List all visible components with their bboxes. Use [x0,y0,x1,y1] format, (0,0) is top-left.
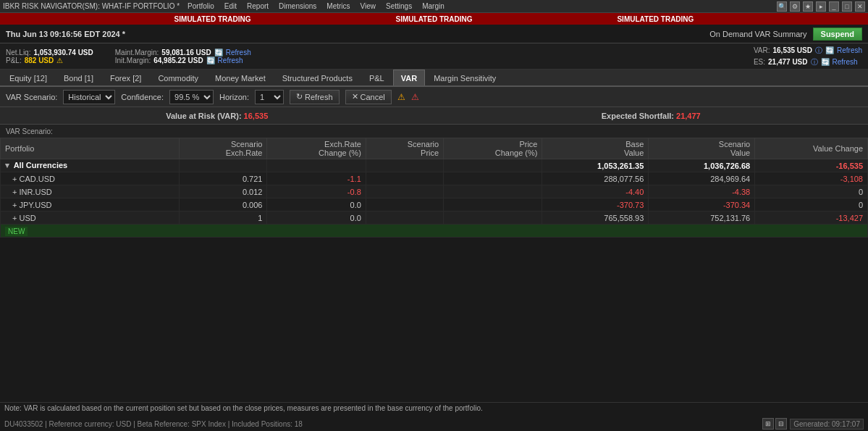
init-refresh-icon: 🔄 [206,57,215,64]
close-icon[interactable]: ✕ [855,1,865,12]
alert-warn-icon[interactable]: ⚠ [397,92,405,102]
datetime-display: Thu Jun 13 09:16:56 EDT 2024 * [6,30,125,38]
pnl-value: 882 USD [25,57,54,64]
var-summary-display: Value at Risk (VAR): 16,535 [0,112,434,120]
cell-exchrate-change [267,159,366,172]
title-bar: IBKR RISK NAVIGATOR(SM): WHAT-IF PORTFOL… [0,0,868,13]
var-table: Portfolio ScenarioExch.Rate Exch.RateCha… [0,138,868,238]
var-value: 16,535 USD [773,46,812,54]
scenario-select[interactable]: Historical [63,90,115,104]
tab-commodity[interactable]: Commodity [150,70,206,85]
init-row: Init.Margin: 64,985.22 USD 🔄 Refresh [115,57,251,64]
cell-base-value: 765,558.93 [542,212,649,225]
netliq-label: Net.Liq: [6,49,30,57]
maint-value: 59,081.16 USD [161,49,211,57]
var-summary-area: On Demand VAR Summary Suspend [709,28,862,41]
cancel-x-icon: ✕ [352,92,358,101]
cell-scenario-exchrate: 0.012 [180,185,267,198]
cell-base-value: 288,077.56 [542,172,649,185]
menu-margin[interactable]: Margin [420,2,447,10]
menu-metrics[interactable]: Metrics [324,2,352,10]
footer-collapse-icon[interactable]: ⊟ [775,418,787,430]
tab-var[interactable]: VAR [393,70,425,85]
search-icon[interactable]: 🔍 [777,1,787,12]
cell-price-change [444,198,542,212]
cell-base-value: -4.40 [542,185,649,198]
title-bar-controls: 🔍 ⚙ ★ ▸ _ □ ✕ [777,1,865,12]
footer-expand-icon[interactable]: ⊞ [762,418,774,430]
menu-portfolio[interactable]: Portfolio [185,2,216,10]
star-icon[interactable]: ★ [803,1,813,12]
menu-edit[interactable]: Edit [222,2,239,10]
tab-equity[interactable]: Equity [12] [1,70,55,85]
cell-price-change [444,172,542,185]
var-info-icon[interactable]: ⓘ [815,46,822,56]
maint-refresh-icon: 🔄 [214,49,223,57]
scenario-label: VAR Scenario: [6,93,57,101]
cell-portfolio: ▾ All Currencies [1,159,180,172]
tab-forex[interactable]: Forex [2] [102,70,149,85]
cell-scenario-value: -370.34 [649,198,755,212]
sim-text-2: SIMULATED TRADING [396,15,473,23]
alert-error-icon[interactable]: ⚠ [411,92,419,102]
tab-bond[interactable]: Bond [1] [56,70,101,85]
confidence-label: Confidence: [121,93,164,101]
tab-structured[interactable]: Structured Products [274,70,361,85]
maximize-icon[interactable]: □ [842,1,852,12]
menu-report[interactable]: Report [245,2,271,10]
cell-scenario-value: 284,969.64 [649,172,755,185]
var-summary-group: VAR: 16,535 USD ⓘ 🔄 Refresh ES: 21,477 U… [754,46,862,67]
maint-row: Maint.Margin: 59,081.16 USD 🔄 Refresh [115,49,251,57]
footer-note: Note: VAR is calculated based on the cur… [4,404,864,412]
arrow-icon[interactable]: ▸ [816,1,826,12]
confidence-select[interactable]: 99.5 % [169,90,214,104]
init-value: 64,985.22 USD [153,57,203,64]
menu-dimensions[interactable]: Dimensions [277,2,319,10]
cell-portfolio: + INR.USD [1,185,180,198]
refresh-button[interactable]: ↻ Refresh [290,90,340,104]
var-row: VAR: 16,535 USD ⓘ 🔄 Refresh [754,46,862,56]
info-bar: Net.Liq: 1,053,930.74 USD P&L: 882 USD ⚠… [0,43,868,70]
cell-value-change: 0 [755,185,868,198]
new-row-cell[interactable]: NEW [1,225,868,238]
pnl-row: P&L: 882 USD ⚠ [6,57,93,64]
col-value-change: Value Change [755,138,868,159]
menu-view[interactable]: View [358,2,379,10]
cell-scenario-price [366,212,443,225]
tab-moneymarket[interactable]: Money Market [207,70,274,85]
cancel-button[interactable]: ✕ Cancel [345,90,392,104]
settings-icon[interactable]: ⚙ [790,1,800,12]
summary-row: Value at Risk (VAR): 16,535 Expected Sho… [0,107,868,125]
tab-marginsensitivity[interactable]: Margin Sensitivity [426,70,504,85]
new-tag: NEW [5,227,28,236]
es-summary-value: 21,477 [676,112,701,120]
tab-bar: Equity [12] Bond [1] Forex [2] Commodity… [0,70,868,87]
toolbar: VAR Scenario: Historical Confidence: 99.… [0,87,868,107]
es-value: 21,477 USD [768,58,807,66]
cell-scenario-price [366,172,443,185]
sim-banner: SIMULATED TRADING SIMULATED TRADING SIMU… [0,13,868,25]
init-refresh-link[interactable]: Refresh [218,57,243,64]
es-info-icon[interactable]: ⓘ [811,57,818,67]
es-refresh-link[interactable]: Refresh [833,58,858,66]
cell-base-value: -370.73 [542,198,649,212]
cell-exchrate-change: 0.0 [267,198,366,212]
table-row: + INR.USD 0.012 -0.8 -4.40 -4.38 0 [1,185,868,198]
cell-value-change: 0 [755,198,868,212]
var-summary-value: 16,535 [244,112,269,120]
new-row[interactable]: NEW [1,225,868,238]
pnl-warn-icon: ⚠ [56,57,63,64]
cell-value-change: -3,108 [755,172,868,185]
var-refresh-link[interactable]: Refresh [837,46,862,54]
suspend-button[interactable]: Suspend [813,28,862,41]
cell-value-change: -16,535 [755,159,868,172]
collapse-icon[interactable]: ▾ [5,161,9,170]
maint-refresh-link[interactable]: Refresh [226,49,251,57]
menu-settings[interactable]: Settings [384,2,414,10]
cell-price-change [444,185,542,198]
cell-exchrate-change: 0.0 [267,212,366,225]
tab-pnl[interactable]: P&L [361,70,392,85]
col-portfolio: Portfolio [1,138,180,159]
minimize-icon[interactable]: _ [829,1,839,12]
horizon-select[interactable]: 1 [255,90,284,104]
